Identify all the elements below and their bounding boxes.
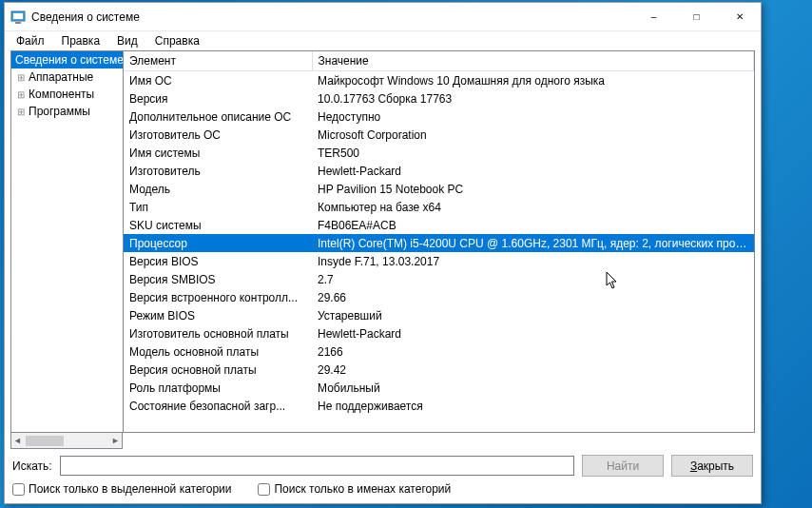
table-row[interactable]: ИзготовительHewlett-Packard xyxy=(124,162,754,180)
only-names-checkbox[interactable]: Поиск только в именах категорий xyxy=(258,482,451,496)
cell-value: TER500 xyxy=(312,144,754,162)
cell-value: Microsoft Corporation xyxy=(312,126,754,144)
cell-element: SKU системы xyxy=(124,216,312,234)
tree-hardware-label: Аппаратные xyxy=(29,70,93,84)
cell-value: 10.0.17763 Сборка 17763 xyxy=(312,89,754,107)
table-row[interactable]: Дополнительное описание ОСНедоступно xyxy=(124,107,754,126)
svg-rect-1 xyxy=(13,13,23,19)
tree-hscrollbar[interactable]: ◄ ► xyxy=(10,433,123,449)
expand-icon[interactable]: ⊞ xyxy=(15,72,27,83)
tree-root-label: Сведения о системе xyxy=(15,53,124,67)
search-label: Искать: xyxy=(12,459,52,473)
cell-value: Hewlett-Packard xyxy=(312,162,754,180)
cell-value: Не поддерживается xyxy=(312,397,754,415)
find-button[interactable]: Найти xyxy=(582,455,664,477)
cell-element: Изготовитель ОС xyxy=(124,126,312,144)
minimize-button[interactable]: – xyxy=(632,3,675,30)
cell-element: Изготовитель основной платы xyxy=(124,324,312,342)
titlebar[interactable]: Сведения о системе – □ ✕ xyxy=(5,3,761,31)
only-category-input[interactable] xyxy=(12,483,25,496)
cell-element: Версия встроенного контролл... xyxy=(124,288,312,306)
table-row[interactable]: Изготовитель ОСMicrosoft Corporation xyxy=(124,126,754,144)
menubar: Файл Правка Вид Справка xyxy=(5,31,761,50)
cell-value: F4B06EA#ACB xyxy=(312,216,754,234)
table-row[interactable]: МодельHP Pavilion 15 Notebook PC xyxy=(124,180,754,198)
cell-element: Имя системы xyxy=(124,144,312,162)
cell-value: Insyde F.71, 13.03.2017 xyxy=(312,252,754,270)
cell-value: Hewlett-Packard xyxy=(312,324,754,342)
tree-components[interactable]: ⊞ Компоненты xyxy=(11,86,123,103)
column-value[interactable]: Значение xyxy=(312,51,754,71)
menu-file[interactable]: Файл xyxy=(9,33,52,49)
cell-element: Изготовитель xyxy=(124,162,312,180)
system-info-window: Сведения о системе – □ ✕ Файл Правка Вид… xyxy=(4,2,762,504)
cell-value: Устаревший xyxy=(312,306,754,324)
table-row[interactable]: Версия BIOSInsyde F.71, 13.03.2017 xyxy=(124,252,754,270)
table-row[interactable]: Изготовитель основной платыHewlett-Packa… xyxy=(124,324,754,342)
tree-components-label: Компоненты xyxy=(29,88,94,101)
cell-element: Роль платформы xyxy=(124,379,312,397)
table-row[interactable]: Версия встроенного контролл...29.66 xyxy=(124,288,754,306)
cell-element: Процессор xyxy=(124,234,312,252)
cell-value: 29.42 xyxy=(312,361,754,379)
expand-icon[interactable]: ⊞ xyxy=(15,107,27,117)
cell-value: 2.7 xyxy=(312,270,754,288)
column-element[interactable]: Элемент xyxy=(124,51,312,71)
table-row[interactable]: SKU системыF4B06EA#ACB xyxy=(124,216,754,234)
content-area: Сведения о системе ⊞ Аппаратные ⊞ Компон… xyxy=(10,50,755,433)
window-title: Сведения о системе xyxy=(31,10,632,24)
close-btn-rest: акрыть xyxy=(697,459,734,473)
table-row[interactable]: Имя ОСМайкрософт Windows 10 Домашняя для… xyxy=(124,71,754,90)
cell-value: Компьютер на базе x64 xyxy=(312,198,754,216)
table-row[interactable]: Модель основной платы2166 xyxy=(124,342,754,361)
menu-view[interactable]: Вид xyxy=(109,33,145,49)
cell-element: Версия SMBIOS xyxy=(124,270,312,288)
cell-element: Модель xyxy=(124,180,312,198)
category-tree[interactable]: Сведения о системе ⊞ Аппаратные ⊞ Компон… xyxy=(11,51,124,432)
table-row[interactable]: ПроцессорIntel(R) Core(TM) i5-4200U CPU … xyxy=(124,234,754,252)
cell-element: Версия основной платы xyxy=(124,361,312,379)
table-row[interactable]: Состояние безопасной загр...Не поддержив… xyxy=(124,397,754,415)
cell-element: Модель основной платы xyxy=(124,342,312,361)
cell-value: 29.66 xyxy=(312,288,754,306)
scroll-right-icon[interactable]: ► xyxy=(111,436,120,445)
scroll-thumb[interactable] xyxy=(26,436,64,446)
close-button[interactable]: ✕ xyxy=(718,3,761,30)
details-list[interactable]: Элемент Значение Имя ОСМайкрософт Window… xyxy=(124,51,754,432)
menu-help[interactable]: Справка xyxy=(147,33,207,49)
app-icon xyxy=(10,10,26,25)
footer: Искать: Найти Закрыть Поиск только в выд… xyxy=(5,449,761,503)
cell-value: 2166 xyxy=(312,342,754,361)
cell-element: Режим BIOS xyxy=(124,306,312,324)
tree-software-label: Программы xyxy=(29,105,90,118)
close-dialog-button[interactable]: Закрыть xyxy=(671,455,753,477)
expand-icon[interactable]: ⊞ xyxy=(15,89,27,100)
table-row[interactable]: Версия основной платы29.42 xyxy=(124,361,754,379)
table-row[interactable]: Версия10.0.17763 Сборка 17763 xyxy=(124,89,754,107)
cell-element: Версия BIOS xyxy=(124,252,312,270)
only-names-label: Поиск только в именах категорий xyxy=(274,482,451,496)
table-row[interactable]: Версия SMBIOS2.7 xyxy=(124,270,754,288)
table-row[interactable]: Роль платформыМобильный xyxy=(124,379,754,397)
only-category-label: Поиск только в выделенной категории xyxy=(29,482,231,496)
only-names-input[interactable] xyxy=(258,483,270,496)
cell-value: Intel(R) Core(TM) i5-4200U CPU @ 1.60GHz… xyxy=(312,234,754,252)
svg-rect-2 xyxy=(15,22,21,24)
search-input[interactable] xyxy=(60,456,574,476)
cell-value: Майкрософт Windows 10 Домашняя для одног… xyxy=(312,71,754,90)
maximize-button[interactable]: □ xyxy=(675,3,718,30)
cell-value: Недоступно xyxy=(312,107,754,126)
tree-software[interactable]: ⊞ Программы xyxy=(11,103,123,120)
cell-value: Мобильный xyxy=(312,379,754,397)
table-row[interactable]: ТипКомпьютер на базе x64 xyxy=(124,198,754,216)
cell-element: Тип xyxy=(124,198,312,216)
cell-element: Имя ОС xyxy=(124,71,312,90)
table-row[interactable]: Режим BIOSУстаревший xyxy=(124,306,754,324)
only-category-checkbox[interactable]: Поиск только в выделенной категории xyxy=(12,482,231,496)
menu-edit[interactable]: Правка xyxy=(54,33,108,49)
scroll-left-icon[interactable]: ◄ xyxy=(13,436,22,445)
tree-root[interactable]: Сведения о системе xyxy=(11,51,123,68)
tree-hardware[interactable]: ⊞ Аппаратные xyxy=(11,68,123,86)
table-row[interactable]: Имя системыTER500 xyxy=(124,144,754,162)
cell-element: Состояние безопасной загр... xyxy=(124,397,312,415)
